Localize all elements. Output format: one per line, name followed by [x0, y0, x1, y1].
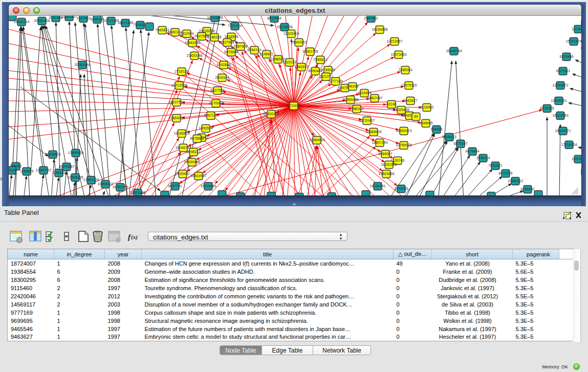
svg-text:9427552: 9427552: [210, 89, 224, 92]
svg-text:1156829: 1156829: [20, 169, 34, 173]
svg-text:9474444: 9474444: [465, 149, 479, 153]
svg-text:7357224: 7357224: [228, 24, 242, 28]
svg-text:10653267: 10653267: [61, 16, 77, 18]
svg-text:8215955: 8215955: [540, 106, 554, 110]
svg-text:12213369: 12213369: [171, 83, 187, 87]
svg-text:10958107: 10958107: [97, 182, 113, 186]
svg-text:5875685: 5875685: [224, 50, 238, 54]
svg-text:3912954: 3912954: [180, 32, 193, 35]
svg-text:8813054: 8813054: [267, 16, 281, 20]
svg-text:2718126: 2718126: [175, 70, 188, 73]
svg-text:19654923: 19654923: [396, 129, 411, 133]
svg-text:3624554: 3624554: [357, 91, 371, 95]
svg-text:2935114: 2935114: [476, 156, 490, 160]
svg-text:17957225: 17957225: [83, 178, 99, 182]
svg-text:8938923: 8938923: [442, 135, 456, 139]
svg-text:5322037: 5322037: [282, 60, 296, 64]
svg-text:7986322: 7986322: [350, 107, 363, 111]
svg-text:1112646: 1112646: [572, 27, 581, 31]
svg-text:62160: 62160: [386, 102, 397, 106]
svg-text:18807249: 18807249: [372, 141, 387, 144]
svg-text:1527602: 1527602: [76, 16, 90, 20]
svg-text:1621072: 1621072: [319, 75, 333, 78]
svg-text:1167533: 1167533: [572, 157, 581, 161]
svg-text:1145192: 1145192: [52, 171, 66, 174]
svg-text:9777169: 9777169: [329, 79, 342, 83]
svg-text:84: 84: [414, 115, 418, 118]
svg-text:15640910: 15640910: [291, 40, 307, 44]
svg-text:10807487: 10807487: [366, 96, 382, 100]
svg-text:9457791: 9457791: [168, 184, 182, 188]
svg-text:10654112: 10654112: [508, 179, 524, 183]
svg-text:12444151: 12444151: [551, 99, 567, 102]
svg-text:12213967: 12213967: [386, 39, 402, 43]
svg-text:19384554: 19384554: [309, 138, 324, 142]
svg-text:16648784: 16648784: [446, 49, 462, 53]
svg-text:10025488: 10025488: [393, 108, 409, 112]
svg-text:12975115: 12975115: [401, 83, 417, 87]
svg-text:16914937: 16914937: [190, 174, 206, 178]
svg-text:9084067: 9084067: [378, 152, 392, 156]
svg-text:9463627: 9463627: [403, 99, 417, 102]
svg-text:16046798: 16046798: [175, 146, 191, 149]
svg-text:19166825: 19166825: [173, 132, 189, 135]
svg-text:10973493: 10973493: [390, 53, 406, 56]
svg-text:16782759: 16782759: [112, 185, 128, 189]
svg-text:12093872: 12093872: [552, 83, 568, 87]
svg-text:12923486: 12923486: [129, 191, 145, 194]
svg-text:14099489: 14099489: [184, 160, 200, 164]
svg-text:746266: 746266: [346, 84, 358, 88]
svg-text:164095: 164095: [430, 127, 442, 131]
svg-text:13524856: 13524856: [378, 172, 394, 176]
svg-text:10688609: 10688609: [365, 130, 381, 134]
svg-text:1818546: 1818546: [224, 35, 238, 38]
svg-text:16154838: 16154838: [372, 28, 387, 31]
svg-text:1353594: 1353594: [199, 126, 212, 130]
svg-text:(x): (x): [131, 234, 138, 240]
svg-text:25300205: 25300205: [263, 112, 279, 116]
svg-text:8990448: 8990448: [308, 69, 322, 73]
svg-text:33154: 33154: [9, 168, 17, 172]
svg-text:6466160: 6466160: [90, 17, 104, 21]
svg-text:10961758: 10961758: [302, 50, 318, 53]
svg-text:8678562: 8678562: [190, 137, 204, 140]
svg-text:15692971: 15692971: [555, 129, 571, 133]
svg-text:11325419: 11325419: [284, 32, 299, 35]
svg-text:10756928: 10756928: [396, 143, 411, 147]
svg-text:9329966: 9329966: [559, 55, 573, 58]
svg-text:14055714: 14055714: [13, 20, 29, 24]
svg-text:16210643: 16210643: [552, 114, 568, 117]
svg-text:4170064: 4170064: [209, 101, 223, 105]
svg-text:16151522: 16151522: [381, 163, 397, 166]
svg-text:15751074: 15751074: [565, 39, 581, 43]
svg-text:8186328: 8186328: [207, 35, 221, 39]
svg-text:23420046: 23420046: [186, 54, 202, 57]
svg-text:20091406: 20091406: [34, 19, 50, 23]
svg-text:19654955: 19654955: [168, 116, 184, 120]
svg-text:7663822: 7663822: [155, 28, 169, 32]
svg-text:30975887: 30975887: [58, 165, 74, 168]
svg-text:9699695: 9699695: [419, 121, 432, 125]
svg-text:12942757: 12942757: [35, 168, 51, 172]
svg-text:9115460: 9115460: [420, 105, 434, 109]
svg-text:9242848: 9242848: [216, 63, 230, 67]
svg-text:17859924: 17859924: [68, 151, 83, 155]
svg-text:9245652: 9245652: [520, 187, 534, 191]
svg-text:3498222: 3498222: [186, 150, 200, 154]
svg-text:9527508: 9527508: [220, 40, 234, 44]
svg-text:20053346: 20053346: [74, 63, 90, 67]
svg-text:19218506: 19218506: [276, 25, 292, 29]
svg-text:2867608: 2867608: [233, 45, 247, 48]
svg-text:8454749: 8454749: [247, 48, 261, 52]
svg-text:15716485: 15716485: [200, 184, 216, 188]
svg-text:7485063: 7485063: [398, 68, 412, 72]
svg-text:7955812: 7955812: [313, 58, 327, 61]
svg-text:7625402: 7625402: [176, 172, 189, 176]
svg-text:18724007: 18724007: [286, 104, 301, 107]
svg-text:2087682: 2087682: [364, 16, 378, 20]
svg-text:8267110: 8267110: [204, 114, 218, 117]
svg-text:1362615: 1362615: [294, 65, 308, 69]
svg-text:16671385: 16671385: [117, 21, 133, 25]
svg-text:10719185: 10719185: [103, 19, 119, 23]
svg-text:16107553: 16107553: [168, 100, 184, 104]
